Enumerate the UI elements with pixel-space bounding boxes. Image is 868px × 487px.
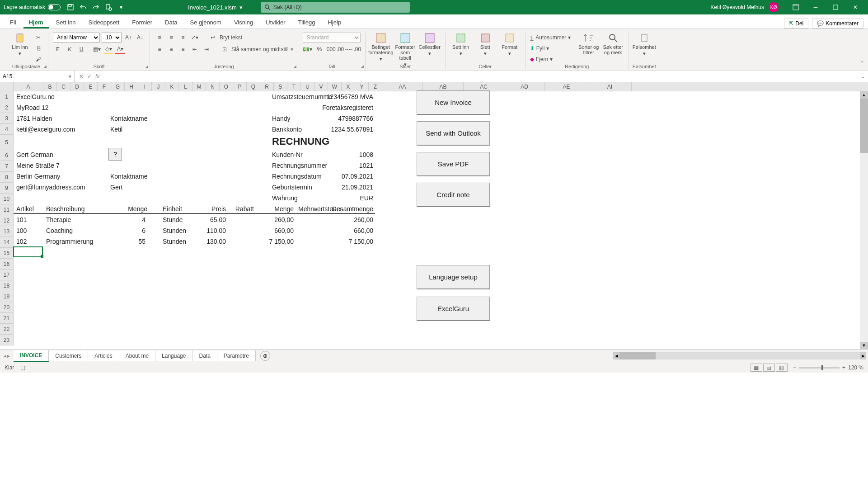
- row-header-6[interactable]: 6: [0, 150, 14, 161]
- autosave-toggle[interactable]: Lagre automatisk: [4, 4, 61, 10]
- cell-wahr-val[interactable]: EUR: [324, 193, 375, 203]
- username[interactable]: Ketil Øyesvold Melhus: [710, 4, 764, 10]
- font-color-icon[interactable]: A▾: [115, 44, 125, 54]
- font-launcher-icon[interactable]: ◢: [145, 64, 148, 69]
- column-header-F[interactable]: F: [98, 82, 111, 91]
- search-box[interactable]: Søk (Alt+Q): [261, 2, 410, 13]
- sheet-tab-aboutme[interactable]: About me: [119, 350, 155, 361]
- column-header-X[interactable]: X: [342, 82, 355, 91]
- row-header-18[interactable]: 18: [0, 280, 14, 291]
- scroll-left-icon[interactable]: ◀: [613, 352, 619, 359]
- cell-custemail[interactable]: gert@funnyaddress.com: [14, 182, 87, 193]
- clear-button[interactable]: ◆Fjern▾: [530, 54, 575, 64]
- undo-icon[interactable]: [80, 4, 87, 11]
- wrap-text-icon[interactable]: ↩: [208, 33, 218, 43]
- fill-button[interactable]: ⬇Fyll▾: [530, 43, 575, 53]
- sort-filter-button[interactable]: Sorter og filtrer: [578, 31, 600, 55]
- underline-button[interactable]: U: [76, 44, 86, 54]
- filename[interactable]: Invoice_1021.xlsm ▾: [188, 4, 243, 11]
- scroll-up-icon[interactable]: ▲: [860, 91, 868, 99]
- table-cell[interactable]: 100: [14, 225, 28, 236]
- row-header-19[interactable]: 19: [0, 291, 14, 302]
- tab-sideoppsett[interactable]: Sideoppsett: [83, 16, 125, 28]
- new-invoice-button[interactable]: New Invoice: [417, 90, 490, 115]
- column-header-S[interactable]: S: [274, 82, 287, 91]
- normal-view-icon[interactable]: ▦: [751, 364, 762, 372]
- column-header-Y[interactable]: Y: [355, 82, 369, 91]
- column-header-AB[interactable]: AB: [423, 82, 464, 91]
- column-header-AD[interactable]: AD: [504, 82, 545, 91]
- cell-addr2[interactable]: 1781 Halden: [14, 113, 54, 124]
- tab-hjelp[interactable]: Hjelp: [323, 16, 347, 28]
- hdr-gesamt[interactable]: Gesamtmenge: [330, 203, 375, 214]
- maximize-button[interactable]: [826, 2, 845, 13]
- column-header-R[interactable]: R: [260, 82, 274, 91]
- table-cell[interactable]: Stunden: [161, 236, 188, 247]
- row-header-11[interactable]: 11: [0, 204, 14, 215]
- table-cell[interactable]: 7 150,00: [267, 236, 296, 247]
- table-cell[interactable]: 110,00: [199, 225, 228, 236]
- row-header-2[interactable]: 2: [0, 102, 14, 113]
- sheet-prev-icon[interactable]: ◂: [4, 353, 6, 359]
- scroll-down-icon[interactable]: ▼: [860, 342, 868, 349]
- cancel-formula-icon[interactable]: ✕: [79, 73, 84, 80]
- align-left-icon[interactable]: ≡: [155, 44, 164, 54]
- tab-data[interactable]: Data: [160, 16, 183, 28]
- clipboard-launcher-icon[interactable]: ◢: [43, 64, 47, 69]
- row-header-3[interactable]: 3: [0, 113, 14, 124]
- cell-custname[interactable]: Gert German: [14, 149, 55, 160]
- column-header-W[interactable]: W: [328, 82, 342, 91]
- tab-segjennom[interactable]: Se gjennom: [185, 16, 227, 28]
- cell-geb-val[interactable]: 21.09.2021: [324, 182, 375, 193]
- column-header-E[interactable]: E: [84, 82, 98, 91]
- hdr-einheit[interactable]: Einheit: [161, 203, 184, 214]
- row-header-1[interactable]: 1: [0, 91, 14, 102]
- increase-decimal-icon[interactable]: .00→: [338, 44, 348, 54]
- column-header-AE[interactable]: AE: [545, 82, 588, 91]
- table-cell[interactable]: 65,00: [199, 214, 228, 225]
- table-cell[interactable]: 660,00: [267, 225, 296, 236]
- table-cell[interactable]: Stunden: [161, 225, 188, 236]
- cell-kundennr-val[interactable]: 1008: [324, 149, 375, 160]
- zoom-handle[interactable]: [821, 365, 823, 370]
- cell-custaddr2[interactable]: Berlin Germany: [14, 171, 62, 182]
- hdr-artikel[interactable]: Artikel: [14, 203, 36, 214]
- column-header-Q[interactable]: Q: [247, 82, 260, 91]
- send-outlook-button[interactable]: Send with Outlook: [417, 121, 490, 146]
- cell-ust-val[interactable]: 123456789 MVA: [324, 91, 375, 102]
- align-bottom-icon[interactable]: ≡: [178, 33, 188, 43]
- table-cell[interactable]: 660,00: [330, 225, 375, 236]
- page-layout-view-icon[interactable]: ▤: [763, 364, 775, 372]
- vertical-scrollbar[interactable]: ▲ ▼: [860, 91, 868, 349]
- cell-wahr-lbl[interactable]: Währung: [270, 193, 300, 203]
- merge-icon[interactable]: ⊡: [220, 44, 230, 54]
- increase-indent-icon[interactable]: ⇥: [202, 44, 211, 54]
- fx-icon[interactable]: fx: [95, 73, 99, 80]
- tab-fil[interactable]: Fil: [5, 16, 22, 28]
- cut-icon[interactable]: ✂: [33, 33, 43, 43]
- align-right-icon[interactable]: ≡: [178, 44, 188, 54]
- column-header-I[interactable]: I: [138, 82, 152, 91]
- table-cell[interactable]: 7 150,00: [330, 236, 375, 247]
- tab-settinn[interactable]: Sett inn: [51, 16, 81, 28]
- column-header-N[interactable]: N: [206, 82, 220, 91]
- row-header-4[interactable]: 4: [0, 124, 14, 135]
- row-header-17[interactable]: 17: [0, 270, 14, 280]
- sheet-tab-data[interactable]: Data: [192, 350, 217, 361]
- number-launcher-icon[interactable]: ◢: [361, 64, 364, 69]
- column-header-T[interactable]: T: [287, 82, 301, 91]
- sensitivity-button[interactable]: Følsomhet▾: [633, 31, 655, 57]
- redo-icon[interactable]: [92, 4, 99, 11]
- decrease-decimal-icon[interactable]: ←.00: [350, 44, 360, 54]
- sheet-tab-parametre[interactable]: Parametre: [217, 350, 256, 361]
- zoom-out-icon[interactable]: −: [793, 364, 796, 371]
- row-header-5[interactable]: 5: [0, 135, 14, 150]
- table-cell[interactable]: Programmierung: [44, 236, 95, 247]
- italic-button[interactable]: K: [65, 44, 75, 54]
- column-header-P[interactable]: P: [233, 82, 247, 91]
- table-cell[interactable]: Stunde: [161, 214, 184, 225]
- lookup-button[interactable]: ?: [108, 148, 122, 161]
- row-header-21[interactable]: 21: [0, 313, 14, 324]
- bold-button[interactable]: F: [53, 44, 63, 54]
- cell-kontakt-lbl1[interactable]: Kontaktname: [108, 113, 150, 124]
